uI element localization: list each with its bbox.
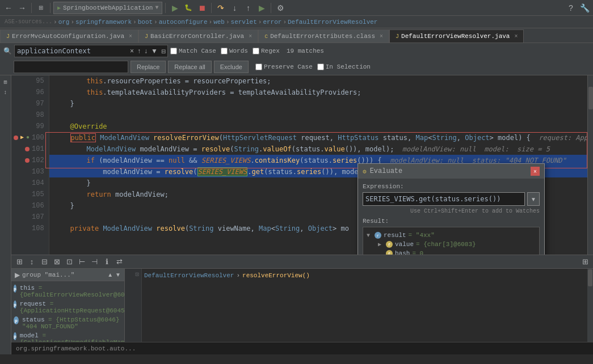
bc-boot[interactable]: boot [138, 19, 153, 26]
status-text: org.springframework.boot.auto... [16, 345, 136, 352]
match-case-checkbox[interactable] [170, 48, 177, 54]
help-button[interactable]: ? [565, 2, 577, 14]
replace-options: Preserve Case In Selection [255, 64, 371, 70]
bc-org[interactable]: org [58, 19, 70, 26]
result-expand-arrow[interactable]: ▼ [367, 232, 372, 239]
var-status: p status = {HttpStatus@6046} "404 NOT_FO… [14, 315, 122, 331]
step-out-button[interactable]: ↑ [242, 2, 254, 14]
line-gutter: 95 96 97 98 99 ▶ ● 100 101 102 [11, 75, 49, 255]
tab-default-resolver[interactable]: J DefaultErrorViewResolver.java × [389, 29, 524, 43]
evaluate-body: Expression: ▼ Use Ctrl+Shift+Enter to ad… [358, 179, 544, 255]
in-selection-checkbox[interactable] [317, 64, 324, 70]
next-match-button[interactable]: ↓ [142, 47, 149, 55]
tab-default-attrs[interactable]: c DefaultErrorAttributes.class × [258, 29, 389, 43]
tab-close-4[interactable]: × [514, 33, 518, 40]
line-106: 106 [11, 200, 49, 211]
step-over-button[interactable]: ↷ [215, 2, 227, 14]
tab-error-mvc[interactable]: J ErrorMvcAutoConfiguration.java × [0, 29, 138, 43]
words-checkbox[interactable] [221, 48, 228, 54]
expression-input[interactable] [363, 192, 525, 206]
debug-button[interactable]: 🐛 [182, 2, 195, 14]
bc-autoconfigure[interactable]: autoconfigure [159, 19, 208, 26]
breakpoint-102[interactable] [25, 158, 30, 163]
forward-button[interactable]: → [16, 2, 28, 14]
exclude-button[interactable]: Exclude [214, 61, 249, 73]
tab-close-2[interactable]: × [249, 33, 252, 40]
result-icon: r [375, 232, 381, 239]
preserve-case-checkbox[interactable] [255, 64, 262, 70]
replace-input[interactable] [14, 63, 128, 71]
filter-button[interactable]: ▼ [149, 47, 159, 55]
bt-4[interactable]: ⊠ [51, 256, 62, 268]
bc-error[interactable]: error [263, 19, 281, 26]
filter-toggle-button[interactable]: ⊟ [159, 48, 167, 54]
bottom-toolbar: ⊞ ↕ ⊟ ⊠ ⊡ ⊢ ⊣ ℹ ⇄ ⊞ [11, 255, 593, 268]
step-into-button[interactable]: ↓ [228, 2, 241, 14]
regex-option[interactable]: Regex [253, 48, 280, 54]
app-name-dropdown[interactable]: ▶ SpringbootWebApplication ▼ [53, 2, 162, 14]
bt-8[interactable]: ℹ [101, 256, 112, 268]
main-toolbar: ← → ⊞ ▶ SpringbootWebApplication ▼ ▶ 🐛 ⏹… [0, 0, 593, 16]
group-scroll-down[interactable]: ▼ [115, 272, 121, 278]
group-expand-btn[interactable]: ▶ [15, 271, 20, 279]
bt-6[interactable]: ⊢ [76, 256, 87, 268]
tab-basic-error[interactable]: J BasicErrorController.java × [138, 29, 258, 43]
evaluate-close-button[interactable]: × [531, 167, 540, 176]
build-button[interactable]: ⊞ [35, 2, 47, 14]
bt-3[interactable]: ⊟ [39, 256, 50, 268]
clear-search-button[interactable]: × [128, 47, 136, 55]
bt-7[interactable]: ⊣ [89, 256, 100, 268]
bt-5[interactable]: ⊡ [64, 256, 75, 268]
bt-2[interactable]: ↕ [26, 256, 37, 268]
result-hash-item: f hash = 0 [378, 249, 536, 255]
in-selection-option[interactable]: In Selection [317, 64, 371, 70]
tools-button[interactable]: 🔧 [578, 2, 591, 14]
eval-dialog-icon: ⚙ [363, 168, 367, 175]
stop-button[interactable]: ⏹ [196, 2, 208, 14]
value-val: = {char[3]@6083} [416, 241, 476, 248]
sidebar-icon-2[interactable]: ↕ [1, 88, 10, 97]
preserve-case-option[interactable]: Preserve Case [255, 64, 313, 70]
bt-9[interactable]: ⇄ [113, 256, 125, 268]
settings-button[interactable]: ⚙ [274, 2, 287, 14]
toolbar-sep-2 [50, 3, 51, 13]
replace-button[interactable]: Replace [131, 61, 166, 73]
var-icon-model: p [14, 332, 16, 340]
value-expand-arrow[interactable]: ▶ [378, 241, 384, 248]
right-scrollbar[interactable] [587, 269, 593, 342]
bc-class[interactable]: DefaultErrorViewResolver [288, 19, 377, 26]
var-icon-request: p [14, 300, 16, 308]
vertical-scrollbar[interactable] [587, 75, 593, 255]
tab-close-3[interactable]: × [380, 33, 383, 40]
resume-button[interactable]: ▶ [255, 2, 268, 14]
expand-input-button[interactable]: ▼ [527, 192, 540, 206]
bc-web[interactable]: web [213, 19, 225, 26]
tab-close-1[interactable]: × [129, 33, 132, 40]
match-case-option[interactable]: Match Case [170, 48, 216, 54]
breakpoint-100[interactable] [14, 136, 18, 140]
toolbar-sep-3 [165, 3, 166, 13]
replace-all-button[interactable]: Replace all [168, 61, 211, 73]
back-button[interactable]: ← [2, 2, 15, 14]
bt-1[interactable]: ⊞ [14, 256, 25, 268]
run-button[interactable]: ▶ [169, 2, 181, 14]
search-input[interactable] [15, 47, 128, 55]
hash-key: hash [395, 250, 410, 255]
right-scrollbar-thumb[interactable] [588, 269, 592, 286]
code-line-99: @Override [49, 121, 587, 132]
sidebar-icon-1[interactable]: ⊞ [1, 78, 10, 87]
group-scroll-up[interactable]: ▲ [107, 272, 113, 278]
expression-input-row: ▼ [363, 192, 540, 206]
line-101: 101 [11, 143, 49, 155]
regex-checkbox[interactable] [253, 48, 259, 54]
words-option[interactable]: Words [221, 48, 248, 54]
prev-match-button[interactable]: ↑ [136, 47, 142, 55]
bt-10[interactable]: ⊞ [579, 256, 591, 268]
breakpoint-101[interactable] [25, 147, 30, 151]
scrollbar-thumb[interactable] [588, 87, 593, 109]
breadcrumb-prefix: ASE-sources... [5, 19, 52, 25]
bc-servlet[interactable]: servlet [231, 19, 257, 26]
toolbar-sep-1 [31, 3, 32, 13]
bc-springframework[interactable]: springframework [75, 19, 132, 26]
line-98: 98 [11, 109, 49, 121]
